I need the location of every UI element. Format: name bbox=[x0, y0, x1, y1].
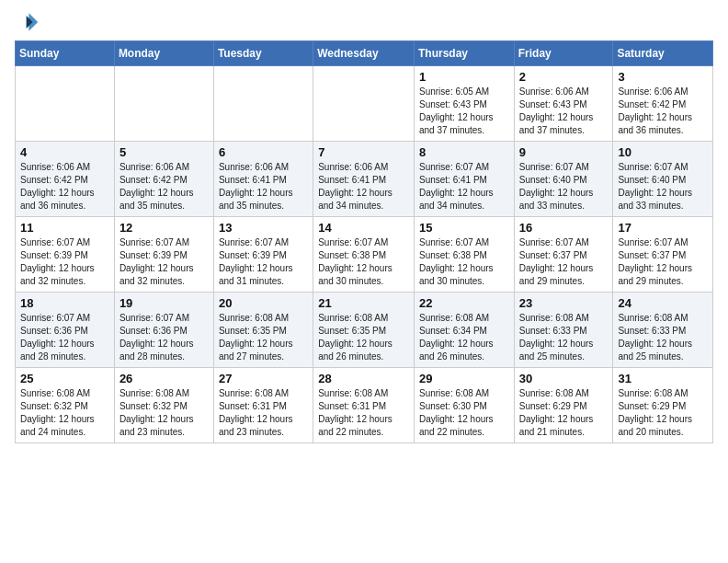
day-number: 4 bbox=[20, 145, 109, 159]
calendar-week-row: 11Sunrise: 6:07 AM Sunset: 6:39 PM Dayli… bbox=[16, 217, 713, 293]
logo-icon bbox=[15, 9, 40, 35]
day-info: Sunrise: 6:07 AM Sunset: 6:39 PM Dayligh… bbox=[219, 236, 308, 288]
day-number: 21 bbox=[318, 296, 409, 310]
calendar-cell bbox=[313, 66, 415, 142]
day-number: 1 bbox=[419, 70, 509, 84]
day-number: 14 bbox=[318, 221, 409, 235]
calendar-cell: 28Sunrise: 6:08 AM Sunset: 6:31 PM Dayli… bbox=[313, 368, 415, 443]
day-number: 25 bbox=[20, 372, 109, 385]
day-number: 8 bbox=[419, 145, 509, 159]
calendar-cell: 17Sunrise: 6:07 AM Sunset: 6:37 PM Dayli… bbox=[613, 217, 713, 293]
day-number: 23 bbox=[519, 296, 609, 310]
day-info: Sunrise: 6:07 AM Sunset: 6:41 PM Dayligh… bbox=[419, 161, 509, 213]
day-info: Sunrise: 6:06 AM Sunset: 6:42 PM Dayligh… bbox=[119, 161, 209, 213]
day-number: 22 bbox=[419, 296, 509, 310]
day-info: Sunrise: 6:07 AM Sunset: 6:37 PM Dayligh… bbox=[519, 236, 609, 288]
calendar-cell: 9Sunrise: 6:07 AM Sunset: 6:40 PM Daylig… bbox=[514, 142, 613, 217]
day-info: Sunrise: 6:07 AM Sunset: 6:40 PM Dayligh… bbox=[618, 161, 708, 213]
day-number: 9 bbox=[519, 145, 609, 159]
day-info: Sunrise: 6:06 AM Sunset: 6:43 PM Dayligh… bbox=[519, 86, 609, 137]
calendar-cell: 10Sunrise: 6:07 AM Sunset: 6:40 PM Dayli… bbox=[613, 142, 713, 217]
calendar-cell: 25Sunrise: 6:08 AM Sunset: 6:32 PM Dayli… bbox=[16, 368, 115, 443]
day-number: 12 bbox=[119, 221, 209, 235]
day-info: Sunrise: 6:07 AM Sunset: 6:38 PM Dayligh… bbox=[419, 236, 509, 288]
calendar-week-row: 18Sunrise: 6:07 AM Sunset: 6:36 PM Dayli… bbox=[16, 293, 713, 368]
day-number: 31 bbox=[618, 372, 708, 385]
weekday-header: Thursday bbox=[414, 41, 514, 66]
day-number: 11 bbox=[20, 221, 109, 235]
day-info: Sunrise: 6:07 AM Sunset: 6:39 PM Dayligh… bbox=[20, 236, 109, 288]
calendar-cell: 3Sunrise: 6:06 AM Sunset: 6:42 PM Daylig… bbox=[613, 66, 713, 142]
day-number: 20 bbox=[219, 296, 308, 310]
weekday-header: Sunday bbox=[16, 41, 115, 66]
day-number: 18 bbox=[20, 296, 109, 310]
calendar-cell bbox=[114, 66, 213, 142]
calendar-cell: 27Sunrise: 6:08 AM Sunset: 6:31 PM Dayli… bbox=[213, 368, 313, 443]
day-info: Sunrise: 6:08 AM Sunset: 6:33 PM Dayligh… bbox=[519, 312, 609, 363]
calendar-cell: 29Sunrise: 6:08 AM Sunset: 6:30 PM Dayli… bbox=[414, 368, 514, 443]
day-info: Sunrise: 6:07 AM Sunset: 6:36 PM Dayligh… bbox=[119, 312, 209, 363]
day-info: Sunrise: 6:07 AM Sunset: 6:37 PM Dayligh… bbox=[618, 236, 708, 288]
day-info: Sunrise: 6:05 AM Sunset: 6:43 PM Dayligh… bbox=[419, 86, 509, 137]
calendar-cell: 2Sunrise: 6:06 AM Sunset: 6:43 PM Daylig… bbox=[514, 66, 613, 142]
header bbox=[15, 9, 713, 35]
day-info: Sunrise: 6:06 AM Sunset: 6:42 PM Dayligh… bbox=[20, 161, 109, 213]
weekday-header: Monday bbox=[114, 41, 213, 66]
day-info: Sunrise: 6:06 AM Sunset: 6:42 PM Dayligh… bbox=[618, 86, 708, 137]
calendar-cell: 16Sunrise: 6:07 AM Sunset: 6:37 PM Dayli… bbox=[514, 217, 613, 293]
calendar-cell: 4Sunrise: 6:06 AM Sunset: 6:42 PM Daylig… bbox=[16, 142, 115, 217]
day-number: 7 bbox=[318, 145, 409, 159]
day-number: 27 bbox=[219, 372, 308, 385]
day-number: 24 bbox=[618, 296, 708, 310]
calendar: SundayMondayTuesdayWednesdayThursdayFrid… bbox=[15, 40, 713, 443]
calendar-cell bbox=[16, 66, 115, 142]
day-number: 5 bbox=[119, 145, 209, 159]
calendar-cell: 24Sunrise: 6:08 AM Sunset: 6:33 PM Dayli… bbox=[613, 293, 713, 368]
calendar-cell: 20Sunrise: 6:08 AM Sunset: 6:35 PM Dayli… bbox=[213, 293, 313, 368]
day-info: Sunrise: 6:08 AM Sunset: 6:33 PM Dayligh… bbox=[618, 312, 708, 363]
weekday-row: SundayMondayTuesdayWednesdayThursdayFrid… bbox=[16, 41, 713, 66]
calendar-cell: 14Sunrise: 6:07 AM Sunset: 6:38 PM Dayli… bbox=[313, 217, 415, 293]
weekday-header: Tuesday bbox=[213, 41, 313, 66]
calendar-cell: 8Sunrise: 6:07 AM Sunset: 6:41 PM Daylig… bbox=[414, 142, 514, 217]
calendar-cell: 31Sunrise: 6:08 AM Sunset: 6:29 PM Dayli… bbox=[613, 368, 713, 443]
day-info: Sunrise: 6:08 AM Sunset: 6:29 PM Dayligh… bbox=[519, 387, 609, 439]
day-number: 13 bbox=[219, 221, 308, 235]
calendar-body: 1Sunrise: 6:05 AM Sunset: 6:43 PM Daylig… bbox=[16, 66, 713, 443]
day-number: 3 bbox=[618, 70, 708, 84]
day-number: 10 bbox=[618, 145, 708, 159]
calendar-header: SundayMondayTuesdayWednesdayThursdayFrid… bbox=[16, 41, 713, 66]
day-number: 30 bbox=[519, 372, 609, 385]
day-number: 29 bbox=[419, 372, 509, 385]
calendar-week-row: 4Sunrise: 6:06 AM Sunset: 6:42 PM Daylig… bbox=[16, 142, 713, 217]
day-info: Sunrise: 6:08 AM Sunset: 6:29 PM Dayligh… bbox=[618, 387, 708, 439]
day-number: 17 bbox=[618, 221, 708, 235]
day-info: Sunrise: 6:08 AM Sunset: 6:35 PM Dayligh… bbox=[219, 312, 308, 363]
day-info: Sunrise: 6:08 AM Sunset: 6:31 PM Dayligh… bbox=[318, 387, 409, 439]
logo bbox=[15, 9, 44, 35]
calendar-cell: 19Sunrise: 6:07 AM Sunset: 6:36 PM Dayli… bbox=[114, 293, 213, 368]
day-info: Sunrise: 6:07 AM Sunset: 6:36 PM Dayligh… bbox=[20, 312, 109, 363]
day-info: Sunrise: 6:08 AM Sunset: 6:32 PM Dayligh… bbox=[119, 387, 209, 439]
calendar-cell: 13Sunrise: 6:07 AM Sunset: 6:39 PM Dayli… bbox=[213, 217, 313, 293]
calendar-week-row: 1Sunrise: 6:05 AM Sunset: 6:43 PM Daylig… bbox=[16, 66, 713, 142]
day-number: 16 bbox=[519, 221, 609, 235]
day-info: Sunrise: 6:08 AM Sunset: 6:30 PM Dayligh… bbox=[419, 387, 509, 439]
day-number: 28 bbox=[318, 372, 409, 385]
weekday-header: Saturday bbox=[613, 41, 713, 66]
day-info: Sunrise: 6:07 AM Sunset: 6:40 PM Dayligh… bbox=[519, 161, 609, 213]
calendar-cell: 6Sunrise: 6:06 AM Sunset: 6:41 PM Daylig… bbox=[213, 142, 313, 217]
day-number: 26 bbox=[119, 372, 209, 385]
calendar-cell: 5Sunrise: 6:06 AM Sunset: 6:42 PM Daylig… bbox=[114, 142, 213, 217]
day-info: Sunrise: 6:06 AM Sunset: 6:41 PM Dayligh… bbox=[219, 161, 308, 213]
calendar-cell: 26Sunrise: 6:08 AM Sunset: 6:32 PM Dayli… bbox=[114, 368, 213, 443]
calendar-cell: 12Sunrise: 6:07 AM Sunset: 6:39 PM Dayli… bbox=[114, 217, 213, 293]
calendar-cell: 18Sunrise: 6:07 AM Sunset: 6:36 PM Dayli… bbox=[16, 293, 115, 368]
weekday-header: Wednesday bbox=[313, 41, 415, 66]
day-number: 19 bbox=[119, 296, 209, 310]
day-number: 15 bbox=[419, 221, 509, 235]
weekday-header: Friday bbox=[514, 41, 613, 66]
day-info: Sunrise: 6:08 AM Sunset: 6:35 PM Dayligh… bbox=[318, 312, 409, 363]
day-info: Sunrise: 6:06 AM Sunset: 6:41 PM Dayligh… bbox=[318, 161, 409, 213]
calendar-cell: 30Sunrise: 6:08 AM Sunset: 6:29 PM Dayli… bbox=[514, 368, 613, 443]
